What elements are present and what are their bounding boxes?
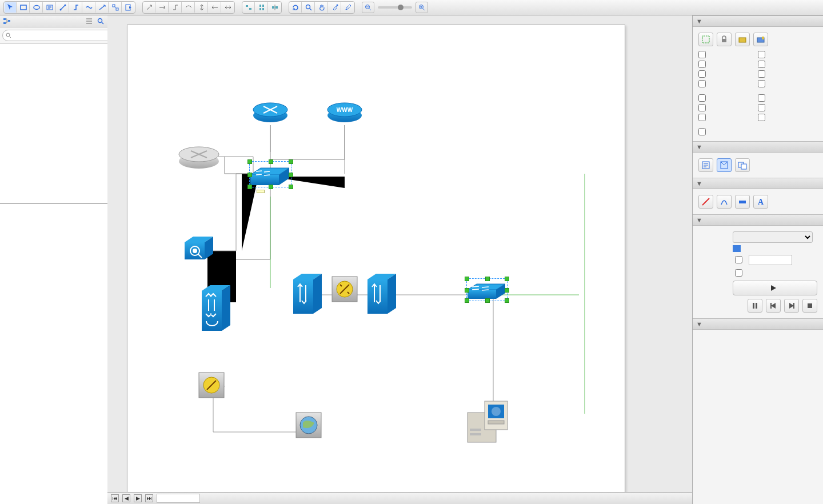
svg-point-6 [60, 9, 62, 11]
pencil-tool[interactable] [342, 2, 354, 13]
svg-rect-67 [202, 291, 222, 331]
library-search-icon[interactable] [96, 17, 105, 26]
svg-text:A: A [758, 198, 764, 206]
drawing-page[interactable]: WWW [127, 25, 625, 492]
zoom-tool[interactable] [303, 2, 315, 13]
svg-rect-86 [722, 39, 726, 42]
chk-rotation[interactable] [758, 80, 817, 87]
zoom-out-button[interactable] [362, 2, 374, 13]
chk-bytime[interactable] [733, 254, 817, 265]
connector-tool-4[interactable] [97, 2, 109, 13]
connector-tool-3[interactable] [83, 2, 95, 13]
chk-dont[interactable] [698, 104, 758, 111]
shape-tooltip [257, 190, 265, 193]
info-view-1[interactable] [698, 158, 713, 172]
zoom-field[interactable] [157, 494, 200, 503]
protect-lock-button[interactable] [717, 33, 732, 46]
line-style-3[interactable] [735, 195, 750, 209]
pres-pause-button[interactable] [748, 299, 762, 313]
search-input[interactable] [2, 30, 121, 41]
section-protection[interactable]: ▼ [693, 15, 823, 27]
chk-fromdel[interactable] [698, 94, 758, 102]
svg-rect-102 [793, 303, 794, 309]
pres-prev-button[interactable] [766, 299, 781, 313]
page-nav-next[interactable]: ▶ [134, 494, 142, 502]
line-text-button[interactable]: A [753, 195, 768, 209]
protect-size-button[interactable] [735, 33, 750, 46]
chk-end[interactable] [758, 70, 817, 78]
connector-tool-2[interactable] [70, 2, 82, 13]
arrow-2[interactable] [157, 2, 169, 13]
zoom-track[interactable] [378, 6, 412, 9]
align-3[interactable] [269, 2, 281, 13]
protect-none-button[interactable] [698, 33, 713, 46]
arrow-7[interactable] [222, 2, 234, 13]
chk-width[interactable] [698, 61, 758, 68]
ellipse-tool[interactable] [31, 2, 43, 13]
arrow-4[interactable] [183, 2, 195, 13]
eyedrop-tool[interactable] [329, 2, 341, 13]
pan-tool[interactable] [316, 2, 328, 13]
section-line[interactable]: ▼ [693, 178, 823, 189]
section-presentation[interactable]: ▼ [693, 214, 823, 226]
align-1[interactable] [243, 2, 255, 13]
protect-content-button[interactable] [753, 33, 768, 46]
rect-tool[interactable] [18, 2, 30, 13]
connector-tool-1[interactable] [57, 2, 69, 13]
section-information[interactable]: ▼ [693, 141, 823, 153]
info-view-3[interactable] [735, 158, 750, 172]
section-dynamic-help[interactable]: ▼ [693, 318, 823, 330]
svg-line-26 [369, 9, 371, 10]
chk-loop[interactable] [733, 267, 817, 278]
svg-rect-33 [8, 20, 10, 22]
arrow-3[interactable] [170, 2, 182, 13]
chk-begin[interactable] [758, 61, 817, 68]
chk-show[interactable] [698, 114, 758, 121]
connector-tool-5[interactable] [110, 2, 122, 13]
monitor-select[interactable] [733, 231, 813, 243]
chk-group[interactable] [698, 128, 758, 135]
canvas-area: WWW [107, 15, 693, 504]
align-2[interactable] [256, 2, 268, 13]
chk-xpos[interactable] [758, 94, 817, 102]
canvas-viewport[interactable]: WWW [107, 15, 693, 492]
export-tool[interactable] [123, 2, 134, 13]
chk-height[interactable] [698, 70, 758, 78]
chk-aspect[interactable] [698, 80, 758, 87]
pointer-tool[interactable] [5, 2, 17, 13]
library-list-icon[interactable] [85, 17, 94, 26]
arrow-1[interactable] [143, 2, 155, 13]
library-tree-icon[interactable] [2, 17, 11, 26]
bytime-input[interactable] [749, 255, 792, 265]
chk-setpage[interactable] [733, 245, 817, 252]
line-style-1[interactable] [698, 195, 713, 209]
svg-rect-99 [753, 303, 754, 309]
page-nav-first[interactable]: ⏮ [111, 494, 119, 502]
arrow-5[interactable] [196, 2, 208, 13]
pres-next-button[interactable] [784, 299, 799, 313]
svg-rect-32 [3, 22, 6, 24]
svg-rect-85 [702, 36, 709, 43]
arrow-6[interactable] [209, 2, 221, 13]
info-view-2[interactable] [717, 158, 732, 172]
zoom-in-button[interactable] [416, 2, 428, 13]
zoom-thumb[interactable] [398, 5, 403, 10]
svg-rect-16 [259, 8, 261, 10]
line-style-2[interactable] [717, 195, 732, 209]
page-nav-prev[interactable]: ◀ [122, 494, 130, 502]
chk-ypos[interactable] [758, 104, 817, 111]
svg-point-37 [98, 19, 102, 23]
start-presentation-button[interactable] [733, 281, 817, 295]
chk-tbnd[interactable] [758, 114, 817, 121]
svg-rect-87 [739, 38, 746, 42]
chk-fill[interactable] [698, 51, 758, 58]
chk-line[interactable] [758, 51, 817, 58]
svg-point-65 [193, 249, 197, 253]
svg-line-10 [115, 7, 116, 8]
page-nav-last[interactable]: ⏭ [145, 494, 153, 502]
text-tool[interactable] [44, 2, 56, 13]
pres-stop-button[interactable] [802, 299, 817, 313]
svg-point-81 [492, 407, 501, 416]
refresh-tool[interactable] [290, 2, 302, 13]
selection-box [466, 278, 508, 301]
